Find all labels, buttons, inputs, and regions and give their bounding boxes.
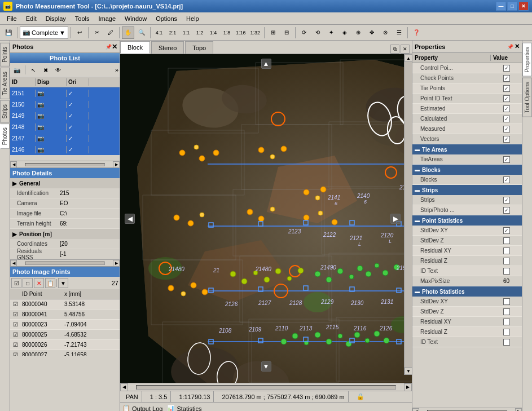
map-hscroll[interactable]: ◀ ▶ <box>120 383 412 391</box>
pip-check-80000041[interactable]: ☑ <box>10 311 20 317</box>
toolbar-btn3[interactable]: 🖊 <box>104 26 117 39</box>
pip-header[interactable]: Photo Image Points <box>10 267 120 277</box>
photo-row-2146[interactable]: 2146 📷 ✓ <box>10 144 120 155</box>
photo-details-header[interactable]: Photo Details <box>10 168 120 178</box>
right-vtab-tool-options[interactable]: Tool Options <box>522 78 532 117</box>
toolbar-btn4[interactable]: ⟳ <box>298 26 310 39</box>
photos-panel-close[interactable]: ✕ <box>112 43 117 51</box>
checkbox-tieareas[interactable] <box>503 156 510 163</box>
checkbox-calculated[interactable] <box>503 116 510 122</box>
pip-tb-table[interactable]: 📋 <box>45 278 55 288</box>
zoom-4-1[interactable]: 4:1 <box>153 26 165 39</box>
menu-edit[interactable]: Edit <box>21 13 41 24</box>
hscroll-track[interactable] <box>25 163 105 166</box>
tab-stereo[interactable]: Stereo <box>151 41 184 54</box>
checkbox-strip-photo[interactable] <box>503 207 510 214</box>
checkbox-residual-z[interactable] <box>503 258 510 264</box>
toolbar-btn2[interactable]: ✂ <box>91 26 103 39</box>
photo-row-2148[interactable]: 2148 📷 ✓ <box>10 121 120 132</box>
hscroll-right[interactable]: ▶ <box>113 161 120 168</box>
photo-tb-filter[interactable]: 👁 <box>52 64 64 76</box>
pip-check-80000040[interactable]: ☑ <box>10 301 20 307</box>
section-photo-stats[interactable]: ▬ Photo Statistics <box>412 286 522 297</box>
toolbar-save[interactable]: 💾 <box>2 26 15 39</box>
prop-hscroll-left[interactable]: ◀ <box>412 408 419 412</box>
maximize-button[interactable]: □ <box>507 2 517 11</box>
pip-tb-more[interactable]: ▼ <box>58 278 68 288</box>
pip-check-80000023[interactable]: ☑ <box>10 321 20 328</box>
details-hscroll[interactable]: ◀ ▶ <box>10 259 120 266</box>
photo-tb-select[interactable]: ↖ <box>28 64 39 76</box>
checkbox-id-text[interactable] <box>503 268 510 275</box>
toolbar-btn5[interactable]: ⟲ <box>311 26 324 39</box>
zoom-1-1[interactable]: 1:1 <box>180 26 192 39</box>
pip-check-80000027[interactable]: ☑ <box>10 352 20 356</box>
toolbar-fullext[interactable]: ⊟ <box>280 26 293 39</box>
photos-panel-pin[interactable]: 📌 <box>105 44 112 50</box>
vscroll-down[interactable]: ▼ <box>405 367 412 375</box>
checkbox-photo-stddev-z[interactable] <box>503 308 510 315</box>
zoom-1-2[interactable]: 1:2 <box>194 26 206 39</box>
pip-check-80000026[interactable]: ☑ <box>10 342 20 348</box>
map-hscroll-right[interactable]: ▶ <box>404 383 412 391</box>
tab-block[interactable]: Block <box>120 41 150 54</box>
close-button[interactable]: ✕ <box>518 2 529 11</box>
vtab-strips[interactable]: Strips <box>0 100 10 123</box>
photo-row-2149[interactable]: 2149 📷 ✓ <box>10 110 120 121</box>
checkbox-control[interactable] <box>503 65 510 72</box>
toolbar-btn11[interactable]: ☰ <box>393 26 405 39</box>
checkbox-photo-stddev-xy[interactable] <box>503 298 510 305</box>
photo-list-hscroll[interactable]: ◀ ▶ <box>10 161 120 167</box>
pip-row-80000027[interactable]: ☑ 80000027 -5.11658 <box>10 350 120 356</box>
tab-topo[interactable]: Topo <box>185 41 213 54</box>
menu-file[interactable]: File <box>2 13 21 24</box>
menu-image[interactable]: Image <box>94 13 120 24</box>
photo-tb-add[interactable]: 📷 <box>11 64 23 76</box>
vtab-points[interactable]: Points <box>0 43 10 67</box>
photo-tb-more[interactable]: » <box>115 67 118 73</box>
details-hscroll-track[interactable] <box>25 262 105 265</box>
toolbar-pan[interactable]: ✋ <box>122 26 134 39</box>
pip-row-80000040[interactable]: ☑ 80000040 3.53148 <box>10 299 120 310</box>
properties-pin[interactable]: 📌 <box>507 44 513 50</box>
toolbar-btn7[interactable]: ◈ <box>338 26 351 39</box>
checkbox-checkpts[interactable] <box>503 75 510 82</box>
checkbox-stddev-xy[interactable] <box>503 227 510 234</box>
zoom-1-16[interactable]: 1:16 <box>234 26 248 39</box>
pip-row-80000041[interactable]: ☑ 80000041 5.48756 <box>10 310 120 320</box>
statistics-btn[interactable]: 📊 Statistics <box>167 405 201 411</box>
map-view[interactable]: 2138 2139 2118 2119 2120 L 2121 L 2122 2… <box>120 54 412 383</box>
map-nav-down[interactable]: ▼ <box>261 361 271 372</box>
map-hscroll-left[interactable]: ◀ <box>120 383 128 391</box>
zoom-1-4[interactable]: 1:4 <box>207 26 219 39</box>
prop-hscroll[interactable]: ◀ ▶ <box>412 408 522 411</box>
hscroll-left[interactable]: ◀ <box>10 161 17 168</box>
position-section[interactable]: ▶ Position [m] <box>10 229 120 239</box>
vtab-tie-areas[interactable]: Tie Areas <box>0 68 10 99</box>
minimize-button[interactable]: — <box>496 2 506 11</box>
zoom-2-1[interactable]: 2:1 <box>166 26 179 39</box>
pip-row-80000025[interactable]: ☑ 80000025 -4.68532 <box>10 330 120 340</box>
pip-check-80000025[interactable]: ☑ <box>10 332 20 338</box>
vscroll-up[interactable]: ▲ <box>405 54 412 62</box>
checkbox-pointid[interactable] <box>503 95 510 102</box>
tab-close-btn[interactable]: ✕ <box>401 45 410 54</box>
details-hscroll-left[interactable]: ◀ <box>10 260 17 267</box>
toolbar-btn8[interactable]: ⊕ <box>352 26 364 39</box>
map-vscroll[interactable]: ▲ ▼ <box>404 54 412 375</box>
pip-row-80000026[interactable]: ☑ 80000026 -7.21743 <box>10 340 120 350</box>
checkbox-measured[interactable] <box>503 126 510 132</box>
map-nav-up[interactable]: ▲ <box>261 59 271 69</box>
general-section[interactable]: ▶ General <box>10 178 120 188</box>
toolbar-zoom[interactable]: 🔍 <box>135 26 148 39</box>
section-blocks[interactable]: ▬ Blocks <box>412 165 522 175</box>
vtab-photos[interactable]: Photos <box>0 123 10 149</box>
right-vtab-properties[interactable]: Properties <box>522 43 532 77</box>
menu-display[interactable]: Display <box>41 13 71 24</box>
section-point-stats[interactable]: ▬ Point Statistics <box>412 215 522 226</box>
checkbox-tiepoints[interactable] <box>503 85 510 92</box>
toolbar-btn6[interactable]: ✦ <box>325 26 337 39</box>
photo-row-2151[interactable]: 2151 📷 ✓ <box>10 87 120 99</box>
pip-tb-check[interactable]: ☑ <box>11 278 21 288</box>
checkbox-estimated[interactable] <box>503 105 510 112</box>
